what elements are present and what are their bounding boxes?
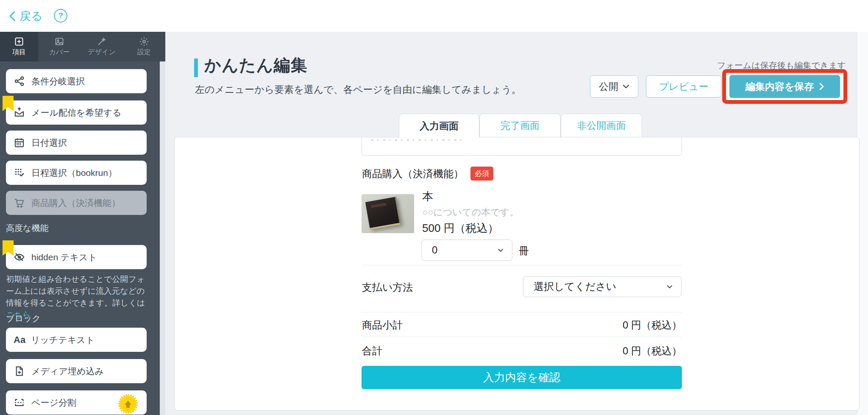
tab-private-screen[interactable]: 非公開画面 bbox=[561, 114, 642, 137]
sidebar-tab-items[interactable]: 項目 bbox=[0, 32, 38, 61]
magic-wand-icon bbox=[97, 36, 107, 47]
save-label: 編集内容を保存 bbox=[746, 80, 814, 93]
required-badge: 必須 bbox=[470, 167, 493, 181]
tab-complete-screen[interactable]: 完了画面 bbox=[479, 114, 561, 137]
tab-input-screen[interactable]: 入力画面 bbox=[399, 114, 479, 138]
top-bar: 戻る ? bbox=[0, 0, 868, 32]
back-link[interactable]: 戻る bbox=[8, 8, 43, 24]
confirm-input-button[interactable]: 入力内容を確認 bbox=[362, 366, 682, 389]
divider bbox=[362, 265, 682, 265]
tab-label: 入力画面 bbox=[420, 120, 459, 133]
file-plus-icon bbox=[14, 365, 25, 377]
subtotal-row: 商品小計 0 円（税込） bbox=[362, 318, 682, 332]
cart-icon bbox=[14, 197, 25, 209]
quantity-value: 0 bbox=[432, 244, 437, 256]
quantity-select[interactable]: 0 bbox=[421, 240, 512, 261]
chevron-right-icon bbox=[819, 83, 824, 90]
advanced-section-label: 高度な機能 bbox=[6, 223, 48, 234]
sidebar-item-label: リッチテキスト bbox=[31, 334, 95, 346]
quantity-unit-label: 冊 bbox=[519, 244, 529, 258]
page-split-icon bbox=[14, 397, 25, 408]
block-section-label: ブロック bbox=[6, 313, 41, 324]
tab-label: 完了画面 bbox=[501, 119, 540, 132]
sidebar-tab-settings[interactable]: 設定 bbox=[123, 32, 165, 61]
sidebar-item-schedule-bookrun[interactable]: 日程選択（bookrun） bbox=[6, 161, 147, 185]
sidebar-tab-label: カバー bbox=[49, 48, 70, 57]
sidebar-item-label: 条件分岐選択 bbox=[31, 75, 85, 87]
title-accent-bar bbox=[194, 58, 198, 77]
publish-button[interactable]: 公開 bbox=[590, 75, 638, 97]
sidebar-item-label: 商品購入（決済機能） bbox=[31, 197, 120, 209]
sidebar-item-product-purchase: 商品購入（決済機能） bbox=[6, 191, 147, 215]
text-aa-icon: Aa bbox=[14, 334, 28, 345]
sidebar: 項目 カバー デザイン 設定 条件分岐選択 bbox=[0, 32, 165, 415]
chevron-down-icon bbox=[623, 84, 629, 89]
product-description: ○○についての本です。 bbox=[422, 206, 519, 219]
sidebar-item-label: メディア埋め込み bbox=[31, 365, 104, 377]
payment-method-select[interactable]: 選択してください bbox=[523, 276, 682, 297]
sidebar-item-page-split[interactable]: ページ分割 bbox=[6, 390, 147, 415]
description-text: 初期値と組み合わせることで公開フォーム上には表示させずに流入元などの情報を得るこ… bbox=[6, 275, 145, 307]
main-area: かんたん編集 左のメニューから要素を選んで、各ページを自由に編集してみましょう。… bbox=[165, 32, 868, 415]
sidebar-item-hidden-text[interactable]: hidden テキスト bbox=[6, 245, 147, 269]
chevron-left-icon bbox=[8, 11, 16, 22]
subtotal-value: 0 円（税込） bbox=[623, 318, 682, 332]
sidebar-item-label: メール配信を希望する bbox=[31, 107, 121, 119]
clipped-placeholder bbox=[371, 139, 465, 141]
total-label: 合計 bbox=[362, 344, 382, 358]
sidebar-item-label: hidden テキスト bbox=[31, 251, 97, 263]
sidebar-item-rich-text[interactable]: Aa リッチテキスト bbox=[6, 328, 147, 352]
clipped-text-input[interactable] bbox=[362, 137, 682, 156]
payment-select-value: 選択してください bbox=[534, 280, 616, 293]
page-subtitle: 左のメニューから要素を選んで、各ページを自由に編集してみましょう。 bbox=[195, 83, 521, 96]
sidebar-item-label: ページ分割 bbox=[31, 397, 76, 409]
dot-grid-check-icon bbox=[14, 167, 25, 178]
sidebar-item-label: 日付選択 bbox=[31, 137, 67, 149]
calendar-icon bbox=[14, 137, 25, 148]
product-image bbox=[362, 194, 414, 233]
page-title: かんたん編集 bbox=[204, 54, 308, 77]
divider bbox=[362, 337, 682, 337]
total-value: 0 円（税込） bbox=[623, 344, 682, 358]
preview-button[interactable]: プレビュー bbox=[646, 75, 721, 97]
sidebar-tab-label: 項目 bbox=[12, 48, 26, 57]
product-field-label: 商品購入（決済機能） bbox=[362, 167, 464, 181]
chevron-down-icon bbox=[667, 285, 673, 289]
preview-label: プレビュー bbox=[659, 80, 708, 93]
product-name: 本 bbox=[422, 189, 433, 204]
eye-off-icon bbox=[14, 251, 25, 263]
image-icon bbox=[54, 36, 64, 47]
sidebar-item-condition-branch[interactable]: 条件分岐選択 bbox=[6, 69, 147, 93]
sidebar-tab-label: デザイン bbox=[88, 48, 116, 57]
upgrade-badge-icon bbox=[120, 396, 136, 412]
sidebar-item-label: 日程選択（bookrun） bbox=[31, 167, 117, 179]
sidebar-tab-design[interactable]: デザイン bbox=[81, 32, 123, 61]
gear-icon bbox=[139, 36, 149, 47]
payment-method-label: 支払い方法 bbox=[362, 281, 413, 294]
mail-send-icon bbox=[14, 107, 25, 118]
product-price: 500 円（税込） bbox=[422, 221, 499, 236]
product-field-label-row: 商品購入（決済機能） 必須 bbox=[362, 167, 493, 181]
save-button-highlight-annotation: 編集内容を保存 bbox=[722, 69, 847, 104]
form-preview-panel: 商品購入（決済機能） 必須 本 ○○についての本です。 500 円（税込） 0 … bbox=[174, 137, 860, 411]
sidebar-tab-bar: 項目 カバー デザイン 設定 bbox=[0, 32, 165, 61]
sidebar-tab-label: 設定 bbox=[137, 48, 151, 57]
plus-square-icon bbox=[14, 36, 24, 47]
sidebar-scrollbar[interactable] bbox=[160, 61, 165, 415]
divider bbox=[362, 312, 682, 312]
total-row: 合計 0 円（税込） bbox=[362, 344, 682, 358]
help-icon[interactable]: ? bbox=[54, 9, 67, 22]
sidebar-item-media-embed[interactable]: メディア埋め込み bbox=[6, 359, 147, 383]
subtotal-label: 商品小計 bbox=[362, 318, 403, 332]
branch-share-icon bbox=[14, 75, 25, 87]
sidebar-tab-cover[interactable]: カバー bbox=[38, 32, 81, 61]
save-button[interactable]: 編集内容を保存 bbox=[729, 75, 840, 98]
sidebar-item-date-select[interactable]: 日付選択 bbox=[6, 131, 147, 155]
chevron-down-icon bbox=[498, 248, 504, 252]
back-label: 戻る bbox=[19, 8, 43, 24]
sidebar-item-mail-optin[interactable]: メール配信を希望する bbox=[6, 100, 147, 125]
publish-label: 公開 bbox=[599, 80, 618, 93]
tab-label: 非公開画面 bbox=[577, 119, 626, 132]
